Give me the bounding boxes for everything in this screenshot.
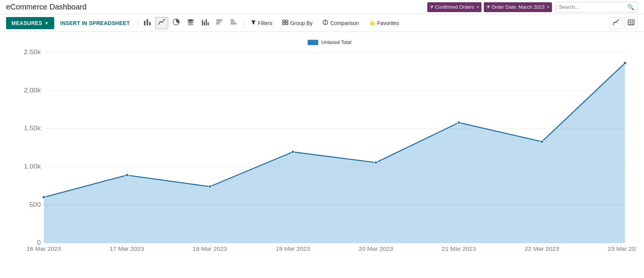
app-title: eCommerce Dashboard — [6, 3, 86, 11]
favorites-label: Favorites — [377, 20, 399, 26]
filter-chip-order-date-label: Order Date: March 2023 — [491, 4, 544, 10]
svg-rect-2 — [149, 22, 151, 25]
svg-text:18 Mar 2023: 18 Mar 2023 — [193, 246, 227, 252]
header: eCommerce Dashboard ⧩ Confirmed Orders ×… — [0, 0, 644, 14]
filter-chips: ⧩ Confirmed Orders × ⧩ Order Date: March… — [427, 2, 552, 12]
svg-rect-10 — [208, 22, 209, 25]
funnel-icon-1: ⧩ — [430, 5, 433, 10]
line-chart-button[interactable] — [155, 17, 168, 29]
stack-chart-button[interactable] — [184, 17, 197, 29]
groupby-icon — [282, 20, 288, 26]
measures-label: MEASURES — [11, 20, 42, 26]
svg-rect-0 — [144, 21, 145, 25]
sort-desc-icon — [216, 19, 223, 27]
svg-rect-8 — [204, 22, 205, 25]
chart-area: Untaxed Total 05001.00k1.50k2.00k2.50k16… — [0, 32, 644, 278]
svg-rect-9 — [206, 19, 207, 25]
svg-text:23 Mar 2023: 23 Mar 2023 — [608, 246, 636, 252]
svg-text:22 Mar 2023: 22 Mar 2023 — [525, 246, 559, 252]
svg-text:16 Mar 2023: 16 Mar 2023 — [27, 246, 61, 252]
chart-view-icon — [613, 19, 619, 27]
svg-point-51 — [125, 174, 128, 177]
filter-chip-confirmed-orders-label: Confirmed Orders — [435, 4, 474, 10]
svg-text:1.00k: 1.00k — [24, 163, 41, 170]
filters-button[interactable]: Filters — [247, 17, 277, 29]
chart-svg-wrapper: 05001.00k1.50k2.00k2.50k16 Mar 202317 Ma… — [23, 49, 636, 261]
comparison-label: Comparison — [330, 20, 359, 26]
search-box[interactable]: 🔍 — [556, 2, 638, 12]
insert-spreadsheet-button[interactable]: INSERT IN SPREADSHEET — [56, 17, 134, 29]
svg-point-52 — [208, 185, 211, 188]
divider-1 — [138, 19, 138, 28]
svg-rect-17 — [283, 20, 285, 22]
svg-rect-19 — [283, 23, 285, 25]
filter-chip-order-date[interactable]: ⧩ Order Date: March 2023 × — [484, 2, 552, 12]
search-input[interactable] — [559, 4, 627, 10]
favorites-icon: ⭐ — [369, 20, 375, 26]
svg-text:2.50k: 2.50k — [24, 49, 41, 56]
chart-legend: Untaxed Total — [23, 39, 636, 45]
svg-point-55 — [457, 121, 460, 124]
svg-marker-49 — [44, 63, 625, 243]
groupby-button[interactable]: Group By — [278, 17, 317, 29]
table-view-button[interactable] — [624, 17, 638, 29]
line-chart-icon — [158, 19, 166, 27]
funnel-icon-2: ⧩ — [486, 5, 490, 10]
svg-point-50 — [42, 196, 45, 199]
svg-point-57 — [624, 62, 627, 65]
svg-text:0: 0 — [37, 239, 41, 246]
filter-chip-confirmed-orders[interactable]: ⧩ Confirmed Orders × — [427, 2, 481, 12]
filters-label: Filters — [258, 20, 272, 26]
bar-chart-icon — [144, 19, 151, 27]
favorites-button[interactable]: ⭐ Favorites — [365, 17, 403, 29]
bar-chart-button[interactable] — [141, 17, 154, 29]
svg-text:17 Mar 2023: 17 Mar 2023 — [109, 246, 144, 252]
svg-text:19 Mar 2023: 19 Mar 2023 — [276, 246, 310, 252]
small-bar-icon — [201, 19, 209, 27]
toolbar: MEASURES ▼ INSERT IN SPREADSHEET — [0, 14, 644, 32]
sort-asc-icon — [230, 19, 238, 27]
line-chart-svg: 05001.00k1.50k2.00k2.50k16 Mar 202317 Ma… — [23, 49, 636, 261]
sort-asc-button[interactable] — [227, 17, 240, 29]
svg-text:2.00k: 2.00k — [24, 86, 41, 94]
groupby-label: Group By — [290, 20, 313, 26]
svg-text:20 Mar 2023: 20 Mar 2023 — [359, 246, 393, 252]
svg-point-54 — [374, 161, 377, 164]
sort-desc-button[interactable] — [213, 17, 226, 29]
table-view-icon — [628, 19, 635, 27]
search-icon-button[interactable]: 🔍 — [627, 4, 635, 11]
svg-rect-1 — [147, 19, 148, 25]
legend-label: Untaxed Total — [321, 39, 351, 45]
svg-point-5 — [188, 21, 194, 23]
svg-point-4 — [188, 19, 194, 21]
filter-chip-confirmed-orders-close[interactable]: × — [477, 4, 480, 10]
svg-text:1.50k: 1.50k — [24, 125, 41, 132]
svg-point-6 — [188, 23, 194, 25]
pie-chart-button[interactable] — [170, 17, 183, 29]
svg-text:500: 500 — [29, 201, 41, 208]
svg-rect-20 — [286, 23, 288, 25]
filter-chip-order-date-close[interactable]: × — [547, 4, 550, 10]
small-bar-button[interactable] — [199, 17, 211, 29]
svg-rect-18 — [286, 20, 288, 22]
svg-point-53 — [291, 150, 294, 153]
pie-chart-icon — [172, 19, 180, 27]
svg-rect-7 — [202, 20, 203, 25]
filters-icon — [251, 20, 256, 26]
svg-point-56 — [540, 140, 543, 143]
svg-text:21 Mar 2023: 21 Mar 2023 — [442, 246, 476, 252]
comparison-button[interactable]: Comparison — [318, 17, 363, 29]
legend-color-box — [308, 40, 318, 45]
measures-caret: ▼ — [45, 21, 49, 25]
measures-button[interactable]: MEASURES ▼ — [6, 17, 54, 29]
comparison-icon — [322, 20, 328, 26]
stack-chart-icon — [187, 19, 194, 27]
chart-view-button[interactable] — [609, 17, 623, 29]
divider-2 — [243, 19, 244, 28]
insert-spreadsheet-label: INSERT IN SPREADSHEET — [60, 20, 130, 26]
